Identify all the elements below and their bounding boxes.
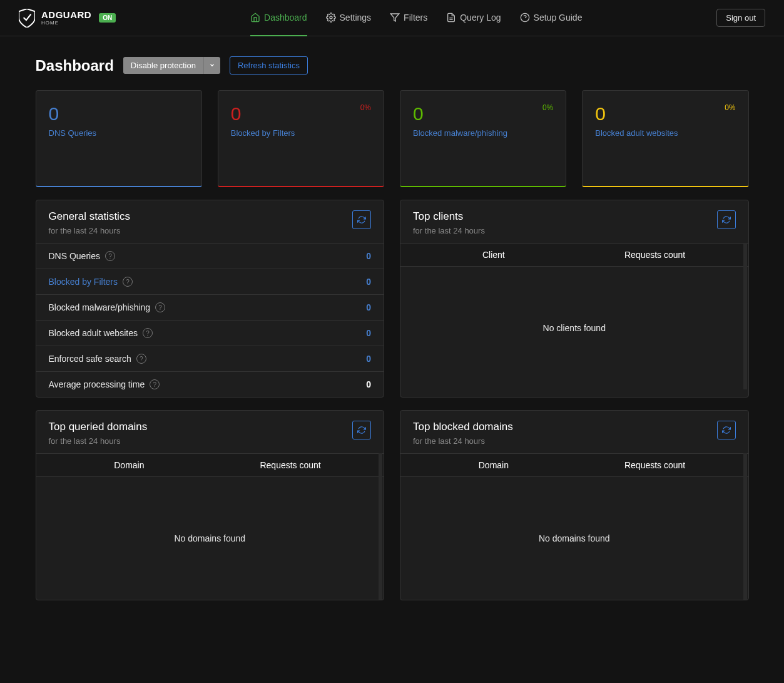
dns-queries-card: 0 DNS Queries (36, 90, 202, 187)
scrollbar[interactable] (379, 453, 382, 600)
panel-header: Top queried domains for the last 24 hour… (36, 411, 384, 453)
refresh-panel-button[interactable] (352, 210, 371, 229)
table-column-requests: Requests count (574, 460, 736, 470)
page-title: Dashboard (36, 57, 114, 74)
chevron-down-icon (209, 62, 215, 68)
nav-label: Query Log (460, 13, 501, 23)
panel-title: Top blocked domains (413, 421, 513, 433)
help-circle-icon (520, 13, 530, 23)
help-icon[interactable]: ? (136, 354, 146, 364)
shield-icon (19, 9, 35, 28)
stat-value: 0 (231, 103, 371, 125)
stat-value: 0 (49, 103, 189, 125)
help-icon[interactable]: ? (150, 379, 160, 389)
nav-filters[interactable]: Filters (390, 0, 427, 36)
table-header: Client Requests count (400, 243, 748, 267)
panel-title: General statistics (49, 210, 130, 223)
empty-state: No domains found (400, 477, 748, 600)
stats-list: DNS Queries? 0 Blocked by Filters? 0 Blo… (36, 243, 384, 397)
refresh-statistics-button[interactable]: Refresh statistics (230, 56, 308, 74)
help-icon[interactable]: ? (143, 328, 153, 338)
stats-value: 0 (366, 328, 371, 338)
panel-subtitle: for the last 24 hours (49, 436, 148, 446)
help-icon[interactable]: ? (123, 277, 133, 287)
panel-title: Top queried domains (49, 421, 148, 433)
nav-settings[interactable]: Settings (326, 0, 372, 36)
document-icon (446, 13, 456, 23)
stats-value: 0 (366, 277, 371, 287)
stats-label: Blocked malware/phishing? (49, 302, 166, 312)
panels-row-2: Top queried domains for the last 24 hour… (36, 410, 749, 600)
table-column-client: Client (413, 250, 574, 260)
stat-percent: 0% (542, 103, 553, 112)
panels-row-1: General statistics for the last 24 hours… (36, 200, 749, 398)
help-icon[interactable]: ? (155, 302, 165, 312)
table-container: Domain Requests count No domains found (400, 453, 748, 600)
disable-protection-button[interactable]: Disable protection (123, 57, 203, 74)
stat-value: 0 (413, 103, 553, 125)
main-nav: Dashboard Settings Filters Query Log Set… (250, 0, 582, 36)
stats-value: 0 (366, 354, 371, 364)
top-queried-domains-panel: Top queried domains for the last 24 hour… (36, 410, 385, 600)
stat-percent: 0% (725, 103, 735, 112)
nav-dashboard[interactable]: Dashboard (250, 0, 307, 36)
stat-cards-row: 0 DNS Queries 0% 0 Blocked by Filters 0%… (36, 90, 749, 187)
stats-label: Enforced safe search? (49, 354, 146, 364)
nav-querylog[interactable]: Query Log (446, 0, 501, 36)
stats-label: DNS Queries? (49, 251, 115, 261)
disable-protection-group: Disable protection (123, 57, 220, 74)
header-left: ADGUARD HOME ON (19, 9, 116, 28)
nav-setupguide[interactable]: Setup Guide (520, 0, 583, 36)
brand-main: ADGUARD (41, 10, 91, 19)
stats-value: 0 (366, 251, 371, 261)
blocked-adult-card: 0% 0 Blocked adult websites (582, 90, 748, 187)
brand-logo[interactable]: ADGUARD HOME (19, 9, 91, 28)
nav-label: Setup Guide (534, 13, 583, 23)
gear-icon (326, 13, 336, 23)
svg-point-0 (330, 16, 332, 19)
top-clients-panel: Top clients for the last 24 hours Client… (400, 200, 749, 398)
stats-label[interactable]: Blocked by Filters? (49, 277, 133, 287)
app-header: ADGUARD HOME ON Dashboard Settings Filte… (0, 0, 784, 36)
nav-label: Dashboard (264, 13, 307, 23)
main-content: Dashboard Disable protection Refresh sta… (17, 36, 768, 625)
stat-label[interactable]: Blocked adult websites (595, 128, 735, 138)
stats-row-avg-time: Average processing time? 0 (36, 372, 384, 397)
panel-header: General statistics for the last 24 hours (36, 200, 384, 243)
home-icon (250, 13, 260, 23)
table-container: Domain Requests count No domains found (36, 453, 384, 600)
nav-label: Filters (404, 13, 427, 23)
table-column-domain: Domain (413, 460, 574, 470)
top-blocked-domains-panel: Top blocked domains for the last 24 hour… (400, 410, 749, 600)
stat-label[interactable]: DNS Queries (49, 128, 189, 138)
refresh-panel-button[interactable] (717, 210, 736, 229)
empty-state: No clients found (400, 267, 748, 389)
brand-sub: HOME (41, 21, 91, 26)
stats-row-safe-search: Enforced safe search? 0 (36, 346, 384, 372)
help-icon[interactable]: ? (105, 251, 115, 261)
brand-text: ADGUARD HOME (41, 10, 91, 26)
stats-label: Blocked adult websites? (49, 328, 153, 338)
scrollbar[interactable] (743, 453, 747, 600)
panel-subtitle: for the last 24 hours (413, 436, 513, 446)
refresh-panel-button[interactable] (352, 421, 371, 439)
svg-marker-1 (390, 14, 399, 21)
table-column-requests: Requests count (210, 460, 371, 470)
refresh-panel-button[interactable] (717, 421, 736, 439)
panel-header: Top clients for the last 24 hours (400, 200, 748, 243)
stats-row-dns-queries: DNS Queries? 0 (36, 244, 384, 269)
signout-button[interactable]: Sign out (716, 9, 765, 27)
table-column-domain: Domain (49, 460, 210, 470)
stat-label[interactable]: Blocked malware/phishing (413, 128, 553, 138)
status-badge: ON (99, 13, 116, 23)
stats-row-blocked-malware: Blocked malware/phishing? 0 (36, 295, 384, 321)
disable-protection-dropdown[interactable] (203, 57, 220, 74)
table-container: Client Requests count No clients found (400, 243, 748, 389)
refresh-icon (357, 215, 366, 224)
general-statistics-panel: General statistics for the last 24 hours… (36, 200, 385, 398)
stat-label[interactable]: Blocked by Filters (231, 128, 371, 138)
nav-label: Settings (340, 13, 372, 23)
blocked-filters-card: 0% 0 Blocked by Filters (218, 90, 384, 187)
scrollbar[interactable] (743, 243, 747, 389)
table-header: Domain Requests count (36, 453, 384, 477)
